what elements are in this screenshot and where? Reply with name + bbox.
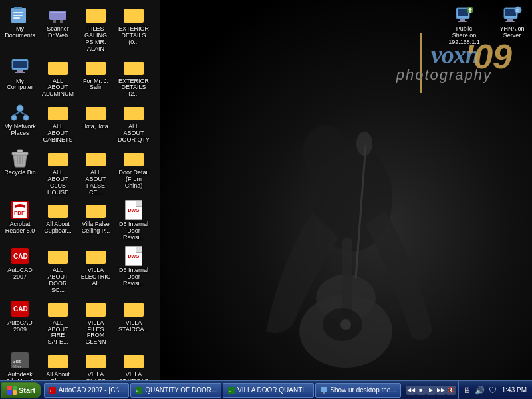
svg-rect-66 — [321, 387, 327, 392]
svg-rect-12 — [13, 15, 23, 16]
taskbar: Start C AutoCAD 2007 - [C:\... E QUANTIT… — [0, 380, 532, 399]
icon-ikita[interactable]: Ikita, ikita — [78, 100, 113, 145]
svg-rect-17 — [60, 20, 63, 23]
media-play[interactable]: ▶ — [426, 386, 436, 395]
svg-rect-51 — [458, 21, 467, 22]
icon-villa-files-glenn[interactable]: VILLA FILES FROM GLENN — [78, 297, 113, 348]
quantity-task-label: QUANTITY OF DOOR... — [145, 386, 217, 394]
icon-glass-sliding[interactable]: All About Glass Sliding — [41, 348, 75, 384]
svg-point-8 — [340, 319, 351, 330]
svg-text:CAD: CAD — [13, 253, 28, 260]
icon-villa-electrical[interactable]: VILLA ELECTRICAL — [78, 244, 113, 295]
icon-acrobat[interactable]: PDF Acrobat Reader 5.0 — [3, 198, 37, 243]
taskbar-quantity[interactable]: E QUANTITY OF DOOR... — [130, 383, 221, 398]
icons-area: My Documents Scanner Dr.Web FILES G — [0, 0, 146, 384]
icon-exterior-details-0[interactable]: EXTERIOR DETAILS (0... — [116, 3, 151, 54]
villa-door-task-label: VILLA DOOR QUANTI... — [237, 386, 309, 394]
icon-fire-safe[interactable]: ALL ABOUT FIRE SAFE... — [41, 297, 75, 348]
icon-public-share[interactable]: Public Share on 192.168.1.1 — [447, 3, 481, 47]
icon-all-about-cabinets[interactable]: ALL ABOUT CABINETS — [41, 100, 75, 145]
svg-text:CAD: CAD — [13, 305, 28, 313]
svg-rect-21 — [15, 72, 25, 73]
svg-rect-57 — [505, 21, 515, 22]
excel-icon: E — [135, 386, 143, 394]
svg-text:E: E — [229, 388, 231, 392]
autocad-task-label: AutoCAD 2007 - [C:\... — [59, 386, 125, 394]
taskbar-tasks: C AutoCAD 2007 - [C:\... E QUANTITY OF D… — [41, 383, 404, 398]
tray-security-icon: 🛡 — [487, 386, 498, 395]
icon-door-sc[interactable]: ALL ABOUT DOOR SC... — [41, 244, 75, 295]
musician-silhouette — [213, 78, 492, 371]
icon-scanner[interactable]: Scanner Dr.Web — [41, 3, 75, 54]
start-button[interactable]: Start — [1, 382, 41, 398]
icon-all-about-aluminum[interactable]: ALL ABOUT ALUMINUM — [41, 55, 75, 100]
icon-villa-false-ceiling[interactable]: Villa False Ceiling P... — [78, 198, 113, 243]
svg-rect-11 — [13, 12, 23, 13]
icon-autocad-2009[interactable]: CAD AutoCAD 2009 — [3, 297, 37, 348]
svg-text:Max: Max — [13, 364, 22, 369]
svg-rect-56 — [507, 19, 513, 21]
svg-rect-50 — [460, 19, 465, 21]
media-controls: ◀◀ ■ ▶ ▶▶ 🔇 — [404, 386, 458, 395]
desktop: voxn '09 photography — [0, 0, 532, 384]
top-right-icons: Public Share on 192.168.1.1 S YHNA on Se… — [447, 3, 529, 47]
windows-logo — [7, 386, 17, 395]
svg-text:C: C — [50, 389, 53, 392]
svg-point-24 — [23, 115, 29, 120]
taskbar-show-desktop[interactable]: Show ur desktop the... — [315, 383, 400, 398]
svg-text:PDF: PDF — [14, 210, 25, 216]
svg-rect-4 — [342, 238, 352, 318]
svg-rect-10 — [14, 7, 22, 9]
icon-my-computer[interactable]: My Computer — [3, 55, 37, 100]
icon-false-ce[interactable]: ALL ABOUT FALSE CE... — [78, 146, 113, 198]
icon-all-about-door-qty[interactable]: ALL ABOUT DOOR QTY — [116, 100, 151, 145]
svg-line-25 — [14, 112, 20, 115]
media-next[interactable]: ▶▶ — [436, 386, 446, 395]
icon-d6-door-1[interactable]: DWG D6 Internal Door Revisi... — [116, 198, 151, 243]
icon-villa-stairca[interactable]: VILLA STAIRCA... — [116, 297, 151, 348]
media-mute[interactable]: 🔇 — [446, 386, 456, 395]
excel-icon-2: E — [227, 386, 235, 394]
svg-rect-49 — [458, 9, 468, 16]
taskbar-autocad[interactable]: C AutoCAD 2007 - [C:\... — [44, 383, 129, 398]
svg-text:E: E — [136, 388, 139, 392]
svg-rect-15 — [51, 12, 65, 13]
clock: 1:43 PM — [499, 386, 529, 394]
svg-rect-27 — [12, 152, 28, 155]
svg-rect-20 — [17, 70, 23, 72]
icon-all-about-cupboard[interactable]: All About Cupboar... — [41, 198, 75, 243]
icon-files-galing[interactable]: FILES GALING PS MR. ALAIN — [78, 3, 113, 54]
svg-point-23 — [11, 115, 17, 120]
svg-text:3ds: 3ds — [13, 358, 21, 364]
icon-club-house[interactable]: ALL ABOUT CLUB HOUSE — [41, 146, 75, 198]
tray-network-icon: 🖥 — [462, 386, 472, 395]
media-prev[interactable]: ◀◀ — [406, 386, 416, 395]
taskbar-villa-door[interactable]: E VILLA DOOR QUANTI... — [223, 383, 314, 398]
icon-autocad-2007[interactable]: CAD AutoCAD 2007 — [3, 244, 37, 295]
icon-villa-staircase-1[interactable]: VILLA STAIRCASE... — [116, 348, 151, 384]
icon-villa-glass-qty[interactable]: VILLA GLASS QTY — [78, 348, 113, 384]
svg-rect-13 — [13, 17, 20, 19]
icon-exterior-details-2[interactable]: EXTERIOR DETAILS (2... — [116, 55, 151, 100]
icon-for-mr-salir[interactable]: For Mr. J. Salir — [78, 55, 113, 100]
svg-point-6 — [356, 132, 372, 156]
system-tray: 🖥 🔊 🛡 1:43 PM — [458, 381, 532, 399]
media-stop[interactable]: ■ — [416, 386, 426, 395]
icon-my-network[interactable]: My Network Places — [3, 100, 37, 145]
tray-volume-icon[interactable]: 🔊 — [473, 386, 486, 395]
icon-recycle-bin[interactable]: Recycle Bin — [3, 146, 37, 198]
svg-line-26 — [20, 112, 26, 115]
svg-rect-16 — [53, 20, 56, 23]
svg-text:S: S — [516, 9, 519, 13]
wallpaper: voxn '09 photography — [160, 0, 532, 384]
show-desktop-task-label: Show ur desktop the... — [330, 386, 396, 394]
icon-my-documents[interactable]: My Documents — [3, 3, 37, 54]
autocad-icon: C — [49, 386, 57, 394]
svg-rect-19 — [13, 61, 27, 68]
icon-door-detail-china[interactable]: Door Detail (From China) — [116, 146, 151, 198]
icon-yhna-server[interactable]: S YHNA on Server — [495, 3, 529, 47]
icon-d6-door-2[interactable]: DWG D6 Internal Door Revisi... — [116, 244, 151, 295]
icon-autodesk-3dsmax[interactable]: 3ds Max Autodesk 3ds Max 9 32-bit — [3, 348, 37, 384]
start-label: Start — [19, 386, 35, 394]
svg-rect-28 — [17, 150, 23, 152]
